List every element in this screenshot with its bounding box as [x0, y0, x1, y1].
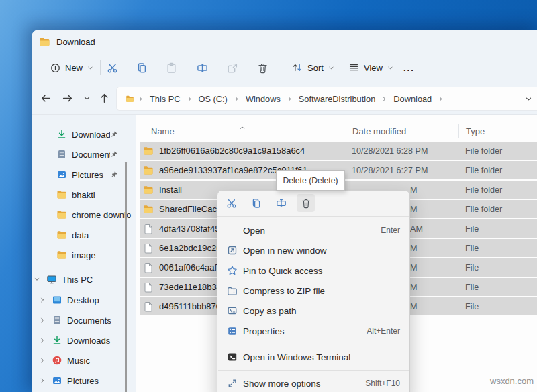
delete-tooltip: Delete (Delete)	[276, 170, 345, 191]
new-button-label: New	[65, 63, 83, 73]
chevron-down-icon	[83, 95, 91, 102]
column-header-name[interactable]: Name	[140, 126, 346, 136]
chevron-down-icon[interactable]	[525, 95, 532, 103]
context-quick-delete-button[interactable]	[297, 194, 315, 212]
chevron-right-icon	[39, 357, 46, 364]
sidebar-item-pictures[interactable]: Pictures	[32, 371, 136, 391]
share-icon	[227, 62, 238, 74]
copy-button[interactable]	[129, 58, 154, 78]
folder-icon	[56, 189, 67, 200]
menu-item-shortcut: Shift+F10	[365, 379, 400, 388]
context-quick-cut-button[interactable]	[222, 194, 240, 212]
copy-icon	[136, 62, 148, 74]
menu-item-open-in-windows-terminal[interactable]: Open in Windows Terminal	[217, 347, 409, 367]
sidebar-item-image[interactable]: image	[32, 245, 136, 265]
sidebar-item-downloads[interactable]: Downloads	[32, 330, 136, 350]
chevron-down-icon	[387, 65, 393, 71]
sidebar-item-music[interactable]: Music	[32, 350, 136, 371]
scissors-icon	[107, 62, 118, 74]
watermark: wsxdn.com	[490, 376, 534, 386]
cut-button[interactable]	[99, 58, 125, 78]
sidebar-item-chrome-downlo[interactable]: chrome downlo	[32, 205, 136, 225]
breadcrumb-segment[interactable]: Windows	[242, 92, 284, 106]
menu-item-label: Open	[243, 226, 381, 236]
type-cell: File	[458, 263, 537, 273]
downloads-icon	[56, 129, 67, 140]
chevron-down-icon	[328, 65, 334, 71]
column-header-type[interactable]: Type	[458, 124, 537, 138]
folder-icon	[143, 146, 154, 156]
chevron-right-icon	[234, 96, 240, 102]
type-cell: File folder	[458, 185, 537, 195]
sidebar-item-this-pc[interactable]: This PC	[32, 269, 136, 289]
desktop-icon	[52, 295, 62, 305]
show-more-icon	[227, 378, 238, 389]
rename-button[interactable]	[189, 58, 215, 78]
sidebar-item-data[interactable]: data	[32, 225, 136, 245]
table-row[interactable]: 1fb26ff0616a6b2c80c9a1c9a158a6c410/28/20…	[140, 142, 537, 160]
recent-dropdown[interactable]	[77, 89, 96, 107]
delete-button[interactable]	[250, 58, 275, 78]
context-quick-copy-button[interactable]	[247, 194, 265, 212]
view-button[interactable]: View	[342, 57, 400, 79]
address-bar[interactable]: This PCOS (C:)WindowsSoftwareDistributio…	[116, 87, 537, 111]
chevron-right-icon	[39, 337, 46, 344]
folder-icon	[56, 209, 67, 220]
menu-item-open[interactable]: OpenEnter	[217, 220, 409, 240]
open-new-window-icon	[227, 245, 238, 256]
show-more-icon	[227, 378, 238, 389]
chevron-down-icon	[34, 276, 40, 283]
type-cell: File folder	[458, 146, 537, 156]
menu-item-shortcut: Alt+Enter	[367, 326, 400, 336]
breadcrumb-segment[interactable]: This PC	[146, 92, 184, 106]
menu-item-open-in-new-window[interactable]: Open in new window	[217, 240, 409, 260]
menu-item-pin-to-quick-access[interactable]: Pin to Quick access	[217, 260, 409, 281]
file-icon	[143, 224, 154, 234]
sidebar-item-downloads[interactable]: Downloads	[32, 124, 136, 144]
menu-item-shortcut: Enter	[381, 226, 400, 235]
menu-item-icon-placeholder	[227, 225, 238, 236]
sidebar-item-documents[interactable]: Documents	[32, 310, 136, 330]
file-name: Install	[159, 185, 182, 195]
address-row: This PCOS (C:)WindowsSoftwareDistributio…	[32, 82, 537, 115]
up-button[interactable]	[95, 89, 113, 107]
chevron-right-icon	[39, 317, 46, 324]
column-header-date-modified[interactable]: Date modified	[346, 124, 458, 138]
sidebar-item-bhakti[interactable]: bhakti	[32, 185, 136, 205]
file-icon	[143, 262, 154, 273]
column-header-type-label: Type	[466, 126, 485, 136]
chevron-right-icon	[187, 96, 193, 102]
column-header-date-label: Date modified	[352, 126, 406, 136]
menu-item-copy-as-path[interactable]: Copy as path	[217, 301, 409, 321]
new-button[interactable]: New	[44, 57, 100, 79]
breadcrumb: This PCOS (C:)WindowsSoftwareDistributio…	[138, 92, 444, 106]
sidebar-item-pictures[interactable]: Pictures	[32, 164, 136, 185]
breadcrumb-segment[interactable]: OS (C:)	[195, 92, 231, 106]
type-cell: File	[458, 302, 537, 311]
zip-icon	[227, 285, 238, 296]
sidebar-item-desktop[interactable]: Desktop	[32, 290, 136, 310]
breadcrumb-segment[interactable]: SoftwareDistribution	[295, 92, 379, 106]
sidebar-item-documents[interactable]: Documents	[32, 144, 136, 164]
sidebar-scrollbar[interactable]	[125, 162, 127, 392]
file-icon	[143, 282, 154, 293]
back-button[interactable]	[36, 89, 55, 107]
see-more-button[interactable]: ...	[397, 57, 422, 79]
menu-separator	[218, 370, 409, 371]
sort-button[interactable]: Sort	[285, 57, 341, 79]
type-cell: File folder	[458, 205, 537, 214]
menu-item-compress-to-zip-file[interactable]: Compress to ZIP file	[217, 281, 409, 301]
type-cell: File folder	[458, 166, 537, 175]
screen: Download New Sort View ...	[0, 0, 537, 392]
context-quick-rename-button[interactable]	[272, 194, 290, 212]
trash-icon	[257, 62, 268, 74]
menu-item-properties[interactable]: PropertiesAlt+Enter	[217, 321, 409, 341]
view-button-label: View	[364, 63, 383, 73]
type-cell: File	[458, 224, 537, 234]
properties-icon	[227, 326, 238, 336]
open-new-window-icon	[227, 245, 238, 256]
menu-item-show-more-options[interactable]: Show more optionsShift+F10	[217, 373, 409, 392]
breadcrumb-segment[interactable]: Download	[390, 92, 435, 106]
sort-ascending-icon	[239, 124, 246, 131]
forward-button[interactable]	[58, 89, 77, 107]
